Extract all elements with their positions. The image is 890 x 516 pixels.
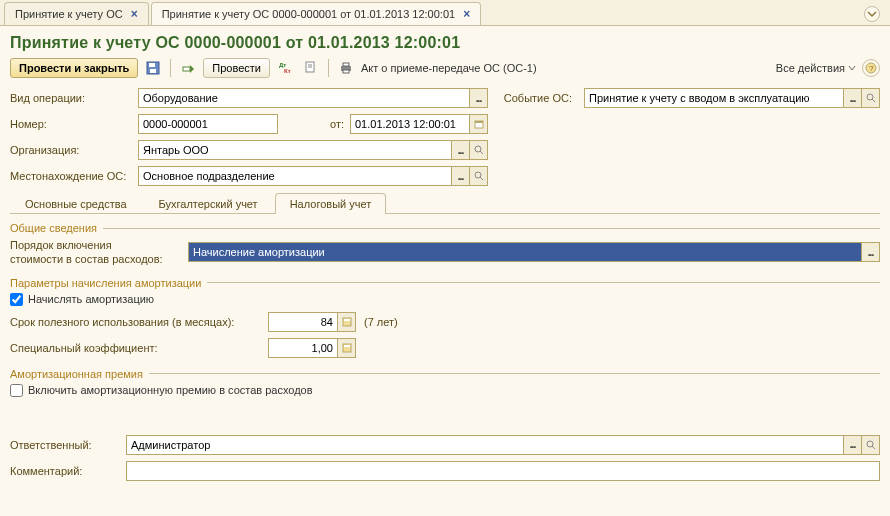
post-arrow-icon <box>181 61 195 75</box>
responsible-label: Ответственный: <box>10 439 120 451</box>
premium-legend: Амортизационная премия <box>10 368 880 380</box>
svg-line-15 <box>872 99 875 102</box>
chevron-down-icon <box>867 9 877 19</box>
date-input[interactable] <box>350 114 470 134</box>
floppy-icon <box>146 61 160 75</box>
premium-checkbox[interactable]: Включить амортизационную премию в состав… <box>10 384 313 397</box>
calendar-icon <box>474 119 484 129</box>
svg-line-19 <box>480 151 483 154</box>
select-button[interactable]: ... <box>844 88 862 108</box>
svg-rect-17 <box>475 121 483 123</box>
select-button[interactable]: ... <box>862 242 880 262</box>
search-icon <box>866 93 876 103</box>
all-actions-dropdown[interactable]: Все действия <box>776 62 856 74</box>
all-actions-label: Все действия <box>776 62 845 74</box>
help-button[interactable]: ? <box>862 59 880 77</box>
act-report-link[interactable]: Акт о приеме-передаче ОС (ОС-1) <box>361 62 537 74</box>
window-tab-bar: Принятие к учету ОС × Принятие к учету О… <box>0 0 890 26</box>
special-coef-input[interactable] <box>268 338 338 358</box>
separator <box>170 59 171 77</box>
svg-line-27 <box>872 446 875 449</box>
search-icon <box>866 440 876 450</box>
search-icon <box>474 171 484 181</box>
premium-label: Включить амортизационную премию в состав… <box>28 384 313 396</box>
cost-order-label-l1: Порядок включения <box>10 238 180 252</box>
svg-text:Кт: Кт <box>284 68 291 74</box>
comment-input[interactable] <box>126 461 880 481</box>
comment-label: Комментарий: <box>10 465 120 477</box>
svg-rect-11 <box>343 70 349 73</box>
window-tab-2[interactable]: Принятие к учету ОС 0000-000001 от 01.01… <box>151 2 482 25</box>
calc-amort-input[interactable] <box>10 293 23 306</box>
dtkt-icon: ДтКт <box>278 61 292 75</box>
separator <box>328 59 329 77</box>
window-tab-1[interactable]: Принятие к учету ОС × <box>4 2 149 25</box>
calc-amort-label: Начислять амортизацию <box>28 293 154 305</box>
calculator-button[interactable] <box>338 338 356 358</box>
calendar-button[interactable] <box>470 114 488 134</box>
close-icon[interactable]: × <box>463 7 470 21</box>
dtkt-button[interactable]: ДтКт <box>274 58 296 78</box>
svg-rect-2 <box>150 69 156 73</box>
svg-line-21 <box>480 177 483 180</box>
search-button[interactable] <box>862 88 880 108</box>
useful-life-label: Срок полезного использования (в месяцах)… <box>10 316 260 328</box>
tab-fixed-assets[interactable]: Основные средства <box>10 193 142 214</box>
cost-order-label-l2: стоимости в состав расходов: <box>10 252 180 266</box>
post-button[interactable]: Провести <box>203 58 270 78</box>
cost-order-input[interactable]: Начисление амортизации <box>188 242 862 262</box>
select-button[interactable]: ... <box>452 140 470 160</box>
document-tree-icon <box>304 61 318 75</box>
operation-type-label: Вид операции: <box>10 92 130 104</box>
select-button[interactable]: ... <box>452 166 470 186</box>
structure-button[interactable] <box>300 58 322 78</box>
svg-rect-23 <box>344 319 350 321</box>
sub-tabs: Основные средства Бухгалтерский учет Нал… <box>10 192 880 214</box>
tab-label: Принятие к учету ОС 0000-000001 от 01.01… <box>162 8 455 20</box>
number-input[interactable] <box>138 114 278 134</box>
select-button[interactable]: ... <box>470 88 488 108</box>
location-input[interactable] <box>138 166 452 186</box>
save-button[interactable] <box>142 58 164 78</box>
collapse-button[interactable] <box>864 6 880 22</box>
calculator-icon <box>342 343 352 353</box>
svg-rect-25 <box>344 345 350 347</box>
date-label: от: <box>278 118 350 130</box>
general-legend: Общие сведения <box>10 222 880 234</box>
tab-label: Принятие к учету ОС <box>15 8 123 20</box>
calculator-button[interactable] <box>338 312 356 332</box>
toolbar: Провести и закрыть Провести ДтКт Акт о п… <box>10 58 880 78</box>
help-icon: ? <box>865 62 877 74</box>
calculator-icon <box>342 317 352 327</box>
close-icon[interactable]: × <box>131 7 138 21</box>
post-and-close-button[interactable]: Провести и закрыть <box>10 58 138 78</box>
svg-rect-1 <box>149 63 155 67</box>
search-button[interactable] <box>470 140 488 160</box>
search-button[interactable] <box>862 435 880 455</box>
search-button[interactable] <box>470 166 488 186</box>
select-button[interactable]: ... <box>844 435 862 455</box>
useful-life-hint: (7 лет) <box>364 316 398 328</box>
page-title: Принятие к учету ОС 0000-000001 от 01.01… <box>10 34 880 52</box>
responsible-input[interactable] <box>126 435 844 455</box>
printer-icon <box>339 61 353 75</box>
chevron-down-icon <box>848 64 856 72</box>
svg-rect-10 <box>343 63 349 66</box>
number-label: Номер: <box>10 118 130 130</box>
post-icon-button[interactable] <box>177 58 199 78</box>
event-label: Событие ОС: <box>496 92 576 104</box>
org-input[interactable] <box>138 140 452 160</box>
premium-input[interactable] <box>10 384 23 397</box>
org-label: Организация: <box>10 144 130 156</box>
tab-accounting[interactable]: Бухгалтерский учет <box>144 193 273 214</box>
print-icon-button[interactable] <box>335 58 357 78</box>
event-input[interactable] <box>584 88 844 108</box>
tab-tax-accounting[interactable]: Налоговый учет <box>275 193 387 214</box>
svg-rect-3 <box>183 67 190 71</box>
amort-params-legend: Параметры начисления амортизации <box>10 277 880 289</box>
search-icon <box>474 145 484 155</box>
operation-type-input[interactable] <box>138 88 470 108</box>
useful-life-input[interactable] <box>268 312 338 332</box>
calc-amort-checkbox[interactable]: Начислять амортизацию <box>10 293 154 306</box>
svg-text:?: ? <box>869 64 874 73</box>
